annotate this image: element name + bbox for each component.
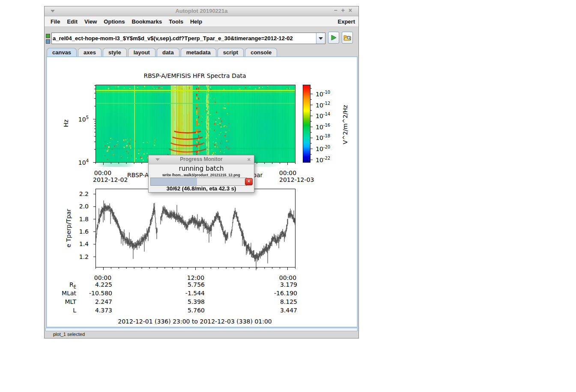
dialog-progress-status: 30/62 (46.8/min, eta 42.3 s) — [149, 185, 254, 192]
colorbar-tick--18: 10-18 — [316, 134, 330, 141]
go-plot-button[interactable] — [328, 32, 339, 44]
spec-xtick-left: 00:00 — [92, 169, 114, 176]
close-button[interactable]: × — [349, 7, 356, 14]
menu-options[interactable]: Options — [100, 18, 128, 26]
tab-bar: canvasaxesstylelayoutdatametadatascriptc… — [45, 47, 358, 57]
tab-layout[interactable]: layout — [128, 48, 155, 57]
tick-exp: 4 — [86, 158, 89, 163]
tick-base: 10 — [316, 124, 323, 131]
menu-view[interactable]: View — [81, 18, 100, 26]
line-ytick-1.8: 1.8 — [70, 216, 89, 223]
stop-button[interactable]: × — [245, 178, 253, 185]
tick-base: 10 — [316, 134, 323, 141]
progress-bar — [150, 178, 247, 186]
tick-base: 10 — [316, 146, 323, 152]
tick-exp: -12 — [323, 101, 330, 106]
plot2-title-fragment-left: RBSP-A — [127, 172, 149, 178]
spec-xdate-left: 2012-12-02 — [93, 176, 128, 183]
colorbar-tick--16: 10-16 — [316, 123, 330, 131]
tick-base: 10 — [316, 157, 323, 163]
menu-file[interactable]: File — [47, 18, 63, 26]
tick-base: 10 — [316, 113, 323, 119]
time-range-footer: 2012-12-01 (336) 23:00 to 2012-12-03 (33… — [47, 318, 343, 325]
spectra-plot-title: RBSP-A/EMFISIS HFR Spectra Data — [47, 72, 343, 79]
dialog-detail-label: write /hom...walk3/product_20121215_12.p… — [149, 173, 254, 177]
tab-script[interactable]: script — [218, 48, 244, 57]
uri-dropdown-button[interactable] — [316, 33, 325, 44]
address-toolbar: a_rel04_ect-hope-mom-l3_$Y$m$d_v$(v,sep)… — [45, 27, 358, 47]
tick-exp: -18 — [323, 134, 330, 138]
uri-input[interactable]: a_rel04_ect-hope-mom-l3_$Y$m$d_v$(v,sep)… — [52, 33, 316, 44]
line-ytick-2.0: 2.0 — [70, 203, 89, 210]
dialog-close-icon[interactable]: × — [247, 156, 251, 163]
tab-style[interactable]: style — [103, 48, 127, 57]
tick-base: 10 — [316, 91, 323, 98]
tick-base: 10 — [316, 102, 323, 109]
expert-mode-label[interactable]: Expert — [338, 18, 355, 25]
spec-ytick-4: 104 — [70, 158, 89, 166]
dialog-titlebar[interactable]: Progress Monitor × — [149, 155, 254, 164]
status-message: plot_1 selected — [53, 332, 85, 337]
colorbar-tick--12: 10-12 — [316, 101, 330, 109]
colorbar-tick--22: 10-22 — [316, 156, 330, 163]
inspect-file-button[interactable] — [342, 32, 353, 44]
tick-base: 10 — [78, 116, 86, 123]
tick-base: 10 — [78, 159, 86, 166]
folder-search-icon — [343, 34, 351, 41]
status-bar: plot_1 selected — [45, 327, 358, 338]
table-value: -16.190 — [252, 290, 297, 297]
tab-data[interactable]: data — [157, 48, 179, 57]
window-controls[interactable]: −+× — [334, 7, 356, 14]
tab-canvas[interactable]: canvas — [47, 48, 77, 57]
tick-exp: -22 — [323, 156, 330, 160]
tick-exp: -20 — [323, 145, 330, 149]
table-value: 8.125 — [252, 298, 297, 305]
spectrogram-ylabel: Hz — [63, 119, 69, 127]
chevron-down-icon — [319, 37, 323, 40]
minimize-button[interactable]: − — [334, 7, 341, 14]
table-value: 2.247 — [72, 298, 112, 305]
line-ytick-1.4: 1.4 — [70, 241, 89, 247]
menu-tools[interactable]: Tools — [165, 18, 187, 26]
blue-layer-icon[interactable] — [46, 39, 50, 44]
menu-bookmarks[interactable]: Bookmarks — [128, 18, 165, 26]
colorbar-label: V^2/m^2/Hz — [342, 105, 349, 144]
tperp-tpar-plot[interactable] — [92, 189, 295, 273]
menu-bar: FileEditViewOptionsBookmarksToolsHelpExp… — [45, 16, 358, 27]
green-layer-icon[interactable] — [46, 34, 50, 38]
line-xtick-2: 00:00 — [277, 274, 299, 281]
table-value: 4.373 — [72, 307, 112, 314]
maximize-button[interactable]: + — [341, 7, 349, 14]
line-xtick-0: 00:00 — [92, 274, 114, 281]
table-value: 4.225 — [72, 281, 112, 288]
table-value: 3.447 — [252, 307, 297, 314]
colorbar — [303, 85, 316, 163]
table-value: 3.179 — [252, 281, 297, 288]
tab-axes[interactable]: axes — [78, 48, 101, 57]
table-value: 5.760 — [162, 307, 205, 314]
window-title: Autoplot 20190221a — [45, 8, 358, 14]
line-ytick-2.2: 2.2 — [70, 190, 89, 197]
tab-metadata[interactable]: metadata — [181, 48, 216, 57]
colorbar-tick--20: 10-20 — [316, 145, 330, 152]
menu-edit[interactable]: Edit — [63, 18, 81, 26]
colorbar-tick--14: 10-14 — [316, 112, 330, 119]
dialog-title: Progress Monitor — [149, 156, 254, 162]
spec-ytick-5: 105 — [70, 115, 89, 123]
tick-exp: 5 — [86, 115, 89, 120]
table-value: -1.544 — [162, 290, 205, 297]
menu-help[interactable]: Help — [187, 18, 206, 26]
window-titlebar[interactable]: Autoplot 20190221a −+× — [45, 6, 358, 16]
line-xtick-1: 12:00 — [185, 274, 207, 281]
table-value: 5.756 — [162, 281, 205, 288]
status-progress-strip — [45, 328, 358, 331]
spec-xdate-right: 2012-12-03 — [279, 176, 314, 183]
tab-console[interactable]: console — [245, 48, 277, 57]
layer-indicator-icons — [46, 34, 51, 45]
progress-monitor-dialog[interactable]: Progress Monitor × running batch write /… — [148, 155, 254, 193]
tick-exp: -16 — [323, 123, 330, 128]
uri-combobox[interactable]: a_rel04_ect-hope-mom-l3_$Y$m$d_v$(v,sep)… — [51, 33, 325, 44]
progress-bar-fill — [151, 178, 197, 185]
page: Autoplot 20190221a −+× FileEditViewOptio… — [0, 0, 576, 392]
spec-xtick-right: 00:00 — [277, 169, 299, 176]
